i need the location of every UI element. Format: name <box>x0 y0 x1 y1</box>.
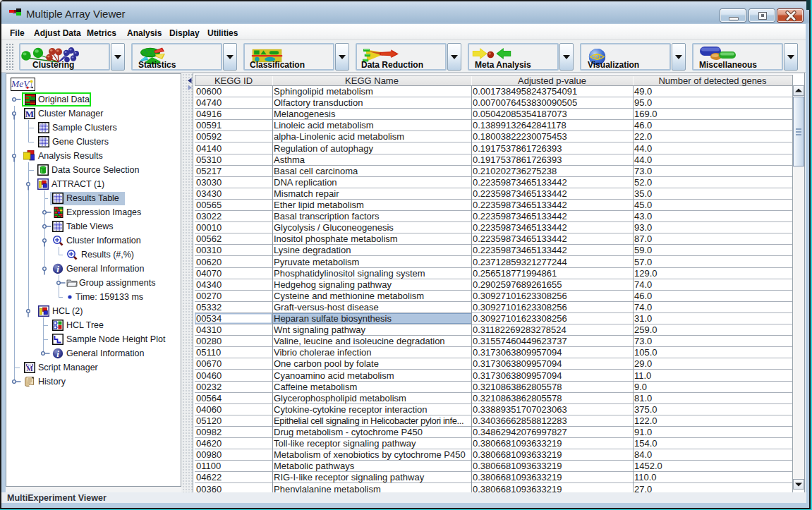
svg-text:M: M <box>25 109 34 119</box>
svg-text:i: i <box>56 348 59 359</box>
svg-text:i: i <box>56 264 59 274</box>
